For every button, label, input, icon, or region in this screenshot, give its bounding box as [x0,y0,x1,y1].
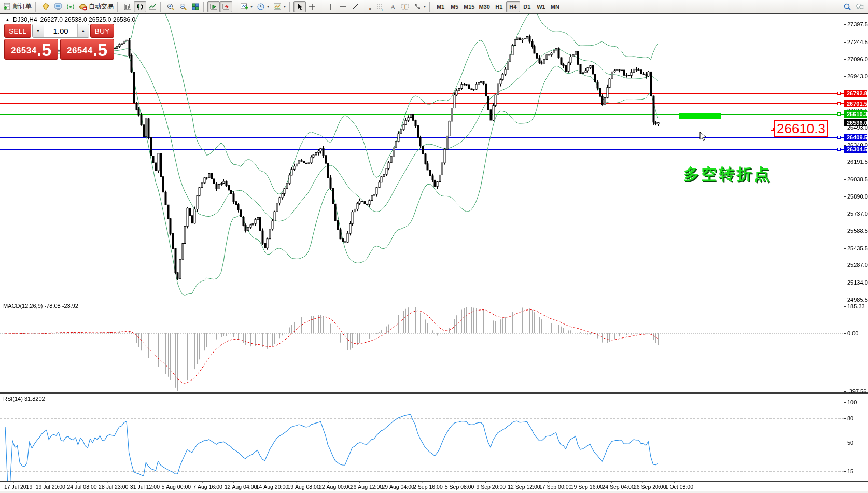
mt4-window: 新订单 自动交易 ▾ ▾ ▾ E F A T ▾ [0,0,868,493]
new-order-icon [3,3,11,11]
chart-window: ▲ DJ30,H4 26527.0 26538.0 26525.0 26536.… [0,13,868,493]
vertical-line-button[interactable] [324,1,337,12]
buy-price-frac: .5 [93,42,107,58]
search-icon [843,3,851,11]
callout-handle[interactable] [771,128,774,131]
arrows-button[interactable]: ▾ [411,1,428,12]
volume-stepper: ▼ 1.00 ▲ [32,24,89,38]
horizontal-line-button[interactable] [337,1,349,12]
tile-windows-button[interactable] [189,1,202,12]
timeframe-h1-button[interactable]: H1 [492,1,506,12]
separator [203,2,206,12]
channel-icon: E [363,3,372,11]
chart-ohlc: 26527.0 26538.0 26525.0 26536.0 [40,16,136,23]
svg-text:E: E [369,8,371,11]
trendline-icon [351,3,359,11]
cursor-button[interactable] [293,1,306,12]
zoom-out-button[interactable] [177,1,189,12]
text-icon: A [388,3,397,11]
volume-decrease-button[interactable]: ▼ [33,24,44,37]
timeframe-group: M1M5M15M30H1H4D1W1MN [433,1,562,12]
templates-button[interactable]: ▾ [271,1,288,12]
separator [320,2,323,12]
auto-scroll-icon [209,3,218,11]
metaeditor-button[interactable] [39,1,52,12]
dropdown-arrow: ▾ [267,4,269,9]
computer-icon [54,3,62,11]
buy-price-button[interactable]: 26544.5 [60,39,114,60]
indicators-button[interactable]: ▾ [238,1,255,12]
candlestick-chart-button[interactable] [134,1,146,12]
fibonacci-icon: F [376,3,384,11]
sell-tab-button[interactable]: SELL [4,24,31,38]
timeframe-mn-button[interactable]: MN [548,1,562,12]
channel-button[interactable]: E [361,1,374,12]
signal-icon [66,3,75,11]
horizontal-line-icon [339,3,347,11]
timeframe-m15-button[interactable]: M15 [461,1,477,12]
separator [289,2,292,12]
volume-value[interactable]: 1.00 [44,24,77,37]
dropdown-arrow: ▾ [250,4,253,9]
vertical-line-icon [326,3,334,11]
dropdown-arrow: ▾ [424,4,426,9]
search-button[interactable] [841,1,853,12]
svg-text:T: T [403,4,407,10]
timeframe-d1-button[interactable]: D1 [520,1,534,12]
candlestick-icon [136,3,144,11]
clock-icon [257,3,265,11]
chart-canvas[interactable] [0,13,868,493]
auto-trading-button[interactable]: 自动交易 [77,1,116,12]
tile-windows-icon [191,3,200,11]
new-order-label: 新订单 [13,2,32,11]
timeframe-w1-button[interactable]: W1 [534,1,548,12]
cursor-icon [296,3,304,11]
timeframe-m5-button[interactable]: M5 [447,1,461,12]
fibonacci-button[interactable]: F [374,1,386,12]
arrows-icon [413,3,422,11]
signals-button[interactable] [64,1,77,12]
auto-scroll-button[interactable] [207,1,220,12]
collapse-panel-icon[interactable]: ▲ [5,17,10,22]
buy-tab-button[interactable]: BUY [90,24,114,38]
price-callout-label[interactable]: 26610.3 [774,120,828,137]
sell-price-int: 26534 [11,46,37,58]
toolbar: 新订单 自动交易 ▾ ▾ ▾ E F A T ▾ [0,0,868,13]
timeframe-h4-button[interactable]: H4 [506,1,520,12]
chart-title: ▲ DJ30,H4 26527.0 26538.0 26525.0 26536.… [5,16,135,23]
chart-symbol-period: DJ30,H4 [13,16,37,23]
auto-trading-label: 自动交易 [89,2,114,11]
chinese-note-label[interactable]: 多空转折点 [683,164,772,185]
timeframe-m30-button[interactable]: M30 [477,1,492,12]
terminal-button[interactable] [52,1,64,12]
buy-price-int: 26544 [67,46,93,58]
one-click-trade-panel: SELL ▼ 1.00 ▲ BUY 26534.5 26544.5 [4,24,114,60]
indicators-icon [240,3,248,11]
crosshair-icon [308,3,316,11]
chart-shift-button[interactable] [220,1,232,12]
timeframe-m1-button[interactable]: M1 [433,1,447,12]
separator [117,2,120,12]
chat-button[interactable] [853,1,867,12]
periods-button[interactable]: ▾ [255,1,271,12]
bar-chart-button[interactable] [121,1,134,12]
line-chart-button[interactable] [146,1,159,12]
crosshair-button[interactable] [306,1,318,12]
text-label-icon: T [401,3,409,11]
zoom-in-icon [166,3,175,11]
sell-price-button[interactable]: 26534.5 [4,39,58,60]
volume-increase-button[interactable]: ▲ [77,24,89,37]
text-button[interactable]: A [386,1,399,12]
template-icon [273,3,282,11]
gem-icon [41,3,50,11]
svg-text:F: F [382,8,384,11]
svg-text:A: A [390,3,396,11]
zoom-in-button[interactable] [164,1,177,12]
text-label-button[interactable]: T [399,1,411,12]
trendline-button[interactable] [349,1,361,12]
chat-icon [856,3,865,11]
line-chart-icon [148,3,157,11]
separator [35,2,38,12]
new-order-button[interactable]: 新订单 [1,1,34,12]
sell-price-frac: .5 [37,42,51,58]
